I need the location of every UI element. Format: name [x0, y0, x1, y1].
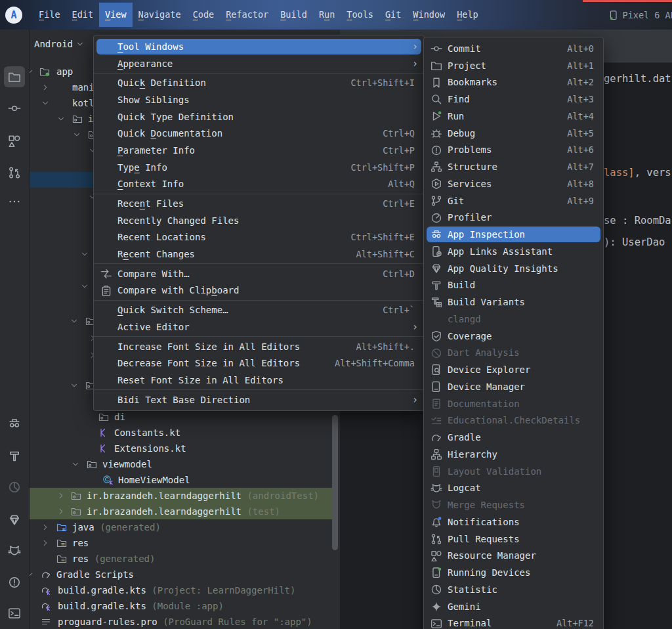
- tree-chevron-down-icon[interactable]: [71, 460, 80, 469]
- tree-row-build-gradle-kts[interactable]: build.gradle.kts (Project: LearnDaggerHi…: [18, 582, 336, 598]
- menu-item-terminal[interactable]: TerminalAlt+F12: [424, 615, 603, 629]
- menu-item-parameter-info[interactable]: Parameter InfoCtrl+P: [94, 142, 424, 159]
- project-tree-scrollbar[interactable]: [332, 415, 338, 550]
- menu-item-active-editor[interactable]: Active Editor›: [94, 318, 424, 336]
- menu-item-context-info[interactable]: Context InfoAlt+Q: [94, 176, 424, 193]
- menu-item-project[interactable]: ProjectAlt+1: [424, 57, 603, 74]
- menubar-item-view[interactable]: View: [99, 3, 133, 27]
- menu-item-compare-with-[interactable]: Compare With…Ctrl+D: [94, 265, 424, 282]
- tree-row-res[interactable]: res (generated): [18, 551, 336, 567]
- tree-row-build-gradle-kts[interactable]: build.gradle.kts (Module :app): [18, 598, 336, 614]
- stripe-button-statistic[interactable]: [4, 477, 25, 498]
- menu-item-structure[interactable]: StructureAlt+7: [424, 158, 603, 175]
- tree-row-extensions-kt[interactable]: Extensions.kt: [18, 441, 336, 456]
- stripe-button-terminal[interactable]: [4, 603, 25, 624]
- tree-row-ir-brazandeh-learndaggerhilt[interactable]: ir.brazandeh.learndaggerhilt (androidTes…: [18, 488, 336, 504]
- tree-row-viewmodel[interactable]: viewmodel: [18, 456, 336, 472]
- menu-item-coverage[interactable]: Coverage: [424, 328, 603, 345]
- menu-item-quick-switch-scheme-[interactable]: Quick Switch Scheme…Ctrl+`: [94, 301, 424, 318]
- stripe-button-app-quality-insights[interactable]: [4, 510, 25, 531]
- menubar-item-navigate[interactable]: Navigate: [133, 3, 187, 27]
- tree-chevron-down-icon[interactable]: [72, 130, 81, 139]
- menu-item-find[interactable]: FindAlt+3: [424, 91, 603, 108]
- tree-chevron-right-icon[interactable]: [41, 523, 50, 532]
- menu-item-quick-type-definition[interactable]: Quick Type Definition: [94, 108, 424, 125]
- tree-chevron-right-icon[interactable]: [41, 538, 50, 548]
- menu-item-recent-files[interactable]: Recent FilesCtrl+E: [94, 195, 424, 212]
- menu-item-problems[interactable]: ProblemsAlt+6: [424, 142, 603, 159]
- menu-item-device-explorer[interactable]: Device Explorer: [424, 361, 603, 378]
- menubar-item-file[interactable]: File: [33, 3, 66, 27]
- menu-item-documentation[interactable]: Documentation: [424, 395, 603, 412]
- tree-row-res[interactable]: res: [18, 535, 336, 551]
- stripe-button-pull-requests[interactable]: [4, 162, 25, 183]
- stripe-button-build[interactable]: [4, 446, 25, 467]
- menu-item-debug[interactable]: DebugAlt+5: [424, 125, 603, 142]
- menu-item-services[interactable]: ServicesAlt+8: [424, 175, 603, 192]
- menubar-item-run[interactable]: Run: [313, 3, 341, 27]
- menu-item-layout-validation[interactable]: Layout Validation: [424, 463, 603, 480]
- menu-item-recently-changed-files[interactable]: Recently Changed Files: [94, 212, 424, 229]
- project-view-selector[interactable]: Android: [34, 39, 85, 49]
- menu-item-running-devices[interactable]: Running Devices: [424, 564, 603, 581]
- tree-chevron-right-icon[interactable]: [56, 491, 66, 500]
- menu-item-app-inspection[interactable]: App Inspection: [424, 226, 603, 243]
- menubar-item-build[interactable]: Build: [274, 3, 313, 27]
- stripe-button-problems[interactable]: [4, 572, 25, 593]
- menu-item-profiler[interactable]: Profiler: [424, 209, 603, 227]
- menu-item-type-info[interactable]: Type InfoCtrl+Shift+P: [94, 159, 424, 176]
- tree-chevron-down-icon[interactable]: [70, 316, 79, 326]
- menu-item-gemini[interactable]: Gemini: [424, 598, 603, 615]
- menubar-item-code[interactable]: Code: [187, 3, 220, 27]
- stripe-button-logcat[interactable]: [4, 540, 25, 561]
- menu-item-recent-changes[interactable]: Recent ChangesAlt+Shift+C: [94, 246, 424, 263]
- stripe-button-more-tool-windows[interactable]: [4, 191, 25, 212]
- menubar-item-git[interactable]: Git: [379, 3, 407, 27]
- menubar-item-window[interactable]: Window: [407, 3, 451, 27]
- menu-item-logcat[interactable]: Logcat: [424, 480, 603, 497]
- menu-item-show-siblings[interactable]: Show Siblings: [94, 91, 424, 108]
- menu-item-resource-manager[interactable]: Resource Manager: [424, 548, 603, 565]
- tree-row-gradle-scripts[interactable]: Gradle Scripts: [18, 567, 336, 582]
- tree-chevron-down-icon[interactable]: [41, 98, 50, 108]
- tree-chevron-right-icon[interactable]: [41, 83, 50, 92]
- tree-chevron-down-icon[interactable]: [70, 381, 79, 390]
- menu-item-gradle[interactable]: Gradle: [424, 429, 603, 446]
- menubar-item-edit[interactable]: Edit: [66, 3, 100, 27]
- menu-item-decrease-font-size-in-all-editors[interactable]: Decrease Font Size in All EditorsAlt+Shi…: [94, 355, 424, 372]
- menu-item-compare-with-clipboard[interactable]: Compare with Clipboard: [94, 282, 424, 299]
- menu-item-bidi-text-base-direction[interactable]: Bidi Text Base Direction›: [94, 391, 424, 408]
- menu-item-dart-analysis[interactable]: Dart Analysis: [424, 345, 603, 362]
- menu-item-recent-locations[interactable]: Recent LocationsCtrl+Shift+E: [94, 229, 424, 246]
- menu-item-device-manager[interactable]: Device Manager: [424, 378, 603, 395]
- stripe-button-project[interactable]: [4, 66, 25, 87]
- menu-item-increase-font-size-in-all-editors[interactable]: Increase Font Size in All EditorsAlt+Shi…: [94, 338, 424, 355]
- tree-chevron-down-icon[interactable]: [80, 282, 89, 291]
- device-selector[interactable]: Pixel 6 API: [608, 10, 672, 20]
- menu-item-app-links-assistant[interactable]: App Links Assistant: [424, 243, 603, 260]
- menu-item-git[interactable]: GitAlt+9: [424, 192, 603, 209]
- tree-chevron-right-icon[interactable]: [56, 507, 66, 516]
- menu-item-clangd[interactable]: clangd: [424, 311, 603, 328]
- menu-item-build[interactable]: Build: [424, 277, 603, 294]
- tree-row-constants-kt[interactable]: Constants.kt: [18, 425, 336, 441]
- tree-row-java[interactable]: java (generated): [18, 519, 336, 535]
- tree-chevron-down-icon[interactable]: [80, 249, 89, 259]
- menu-item-app-quality-insights[interactable]: App Quality Insights: [424, 260, 603, 277]
- menu-item-pull-requests[interactable]: Pull Requests: [424, 531, 603, 548]
- menubar-item-refactor[interactable]: Refactor: [220, 3, 274, 27]
- tree-row-homeviewmodel[interactable]: HomeViewModel: [18, 472, 336, 488]
- menu-item-reset-font-size-in-all-editors[interactable]: Reset Font Size in All Editors: [94, 372, 424, 389]
- menubar-item-help[interactable]: Help: [451, 3, 484, 27]
- menu-item-appearance[interactable]: Appearance›: [94, 55, 424, 72]
- menu-item-commit[interactable]: CommitAlt+0: [424, 40, 603, 57]
- menu-item-bookmarks[interactable]: BookmarksAlt+2: [424, 74, 603, 91]
- stripe-button-resource-manager[interactable]: [4, 131, 25, 152]
- menu-item-notifications[interactable]: Notifications: [424, 513, 603, 531]
- menu-item-merge-requests[interactable]: Merge Requests: [424, 496, 603, 513]
- menu-item-hierarchy[interactable]: Hierarchy: [424, 446, 603, 463]
- menubar-item-tools[interactable]: Tools: [341, 3, 379, 27]
- menu-item-run[interactable]: RunAlt+4: [424, 108, 603, 125]
- tree-row-proguard-rules-pro[interactable]: proguard-rules.pro (ProGuard Rules for "…: [18, 614, 336, 629]
- menu-item-quick-definition[interactable]: Quick DefinitionCtrl+Shift+I: [94, 74, 424, 91]
